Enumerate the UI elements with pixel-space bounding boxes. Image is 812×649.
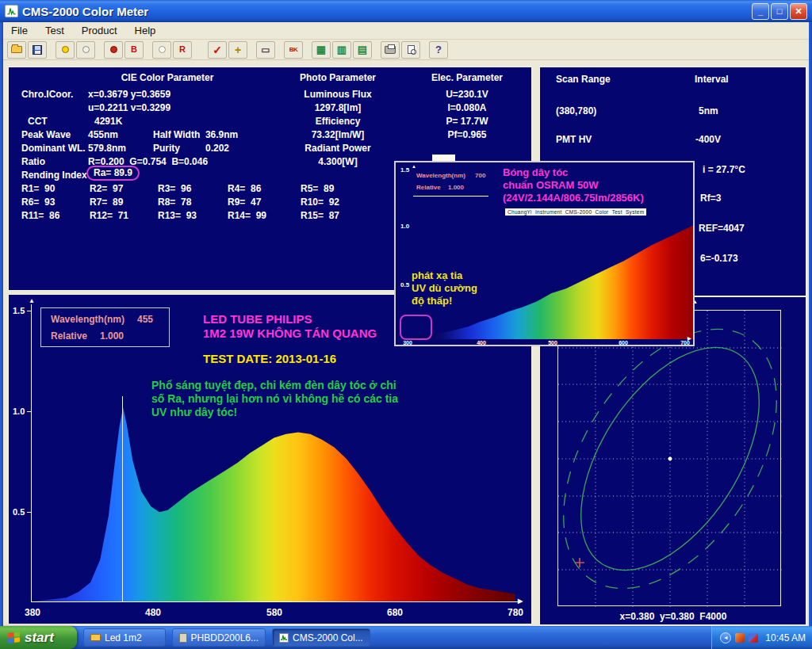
sample-title-line2: 1M2 19W KHÔNG TÁN QUANG [203, 326, 377, 340]
save-floppy-icon [33, 45, 42, 55]
grid-report-3-button[interactable]: ▤ [353, 41, 372, 59]
efficiency-value: 73.32[lm/W] [270, 129, 405, 140]
task-label: Led 1m2 [105, 632, 142, 643]
lamp-cal-red-button[interactable] [104, 41, 123, 59]
help-button[interactable]: ? [429, 41, 448, 59]
grid-icon: ▦ [316, 44, 326, 55]
save-button[interactable] [28, 41, 47, 59]
menu-help[interactable]: Help [135, 25, 156, 36]
rendering-index-label: Rending Index [21, 170, 87, 181]
scan-range-header: Scan Range [556, 74, 611, 85]
reference-title-line: (24V/2.144A/806.75lm/2856K) [503, 192, 644, 204]
cri-value: R6= 93 [21, 197, 90, 210]
lamp-white-icon [159, 46, 166, 53]
taskbar: start Led 1m2 PHBDD200L6... CMS-2000 Col… [0, 626, 812, 649]
ref-partial: REF=4047 [699, 223, 745, 234]
minimize-button[interactable]: _ [752, 3, 769, 20]
grid-icon: ▤ [358, 44, 367, 55]
tray-icon-1[interactable] [735, 633, 745, 643]
bk-icon: BK [289, 47, 298, 53]
x-tick-label: 780 [504, 607, 527, 618]
grid-report-2-button[interactable]: ▥ [332, 41, 351, 59]
system-tray: ◂ 10:45 AM [711, 626, 812, 649]
document-icon [179, 633, 187, 643]
crosshair-icon: + [235, 44, 241, 55]
window-controls: _ □ ✕ [752, 3, 807, 20]
bk-button[interactable]: BK [284, 41, 303, 59]
task-led-1m2[interactable]: Led 1m2 [83, 628, 166, 647]
cct-value: 4291K [94, 116, 122, 127]
ratio-label: Ratio [21, 156, 45, 167]
y-tick-label: 1.0 [13, 407, 25, 416]
menu-product[interactable]: Product [82, 25, 117, 36]
menu-bar: File Test Product Help [3, 22, 809, 40]
checkmark-icon: ✓ [213, 44, 222, 55]
reference-spectrum-window[interactable]: 1.5 ▲ 1.0 0.5 Wavelength(nm) 700 Relativ… [394, 161, 695, 346]
overlay-x-tick-label: 300 [401, 340, 414, 345]
x-tick-label: 580 [262, 607, 286, 618]
printer-icon [385, 46, 396, 54]
elec-parameter-header: Elec. Parameter [407, 72, 527, 83]
x-tick-label: 480 [141, 607, 165, 618]
open-folder-icon [11, 46, 22, 53]
radiant-power-label: Radiant Power [270, 143, 405, 154]
cri-value: R10= 92 [301, 197, 388, 210]
ra-value-badge: Ra= 89.9 [86, 166, 140, 181]
cal-b-icon: B [131, 45, 137, 54]
cri-value: R2= 97 [90, 183, 158, 197]
print-button[interactable] [381, 41, 400, 59]
luminous-flux-label: Luminous Flux [270, 89, 405, 100]
overlay-x-arrow-icon: ▶ [688, 336, 691, 341]
cri-value: R14= 99 [228, 210, 301, 223]
menu-test[interactable]: Test [45, 25, 64, 36]
interval-value: 5nm [699, 105, 718, 116]
temperature-partial: i = 27.7°C [703, 164, 745, 175]
target-button[interactable]: + [228, 41, 247, 59]
lamp-standby-button[interactable] [76, 41, 95, 59]
task-cms-2000[interactable]: CMS-2000 Col... [272, 628, 370, 647]
cri-value: R15= 87 [301, 210, 388, 223]
start-button[interactable]: start [0, 626, 77, 649]
open-button[interactable] [7, 41, 26, 59]
chromaticity-label: Chro.ICoor. [21, 89, 73, 100]
toolbar: B R ✓ + ▭ BK ▦ ▥ ▤ ? [3, 40, 809, 60]
grid-report-1-button[interactable]: ▦ [312, 41, 331, 59]
task-phbdd[interactable]: PHBDD200L6... [172, 628, 266, 647]
overlay-legend-wavelength-label: Wavelength(nm) [416, 172, 465, 179]
lamp-white-button[interactable] [152, 41, 171, 59]
grid-icon: ▥ [337, 44, 347, 55]
cct-label: CCT [28, 116, 48, 127]
maximize-button[interactable]: □ [771, 3, 788, 20]
uv-note-line: phát xạ tia [412, 269, 462, 281]
overlay-x-tick-label: 700 [677, 340, 693, 345]
close-button[interactable]: ✕ [790, 3, 807, 20]
chromaticity-uv: u=0.2211 v=0.3299 [88, 102, 170, 113]
lamp-standby-icon [82, 46, 90, 53]
cal-r-button[interactable]: R [173, 41, 192, 59]
cal-b-button[interactable]: B [124, 41, 144, 59]
x-tick-label: 380 [21, 607, 44, 618]
task-label: CMS-2000 Col... [293, 632, 363, 643]
voltage-value: U=230.1V [407, 89, 527, 100]
half-width: Half Width 36.9nm [153, 129, 238, 140]
app-icon [5, 5, 18, 17]
cri-value: R4= 86 [228, 183, 301, 197]
cie-caption: x=0.380 y=0.380 F4000 [586, 611, 760, 622]
current-value: I=0.080A [407, 102, 527, 113]
confirm-button[interactable]: ✓ [208, 41, 227, 59]
window-view-button[interactable]: ▭ [256, 41, 275, 59]
lamp-on-button[interactable] [56, 41, 75, 59]
cri-value: R8= 78 [158, 197, 228, 210]
y-tick [27, 512, 32, 513]
interval-header: Interval [695, 74, 729, 85]
task-label: PHBDD200L6... [191, 632, 259, 643]
legend-relative-label: Relative [51, 330, 87, 342]
cri-value: R11= 86 [21, 210, 90, 223]
tray-icon-2[interactable] [749, 633, 758, 643]
hide-icons-chevron[interactable]: ◂ [720, 632, 731, 643]
x-axis-arrow-icon: ▶ [518, 598, 523, 605]
pmt-hv-value: -400V [695, 134, 721, 145]
menu-file[interactable]: File [11, 25, 28, 36]
dominant-wl-value: 579.8nm [88, 143, 126, 154]
print-preview-button[interactable] [401, 41, 420, 59]
